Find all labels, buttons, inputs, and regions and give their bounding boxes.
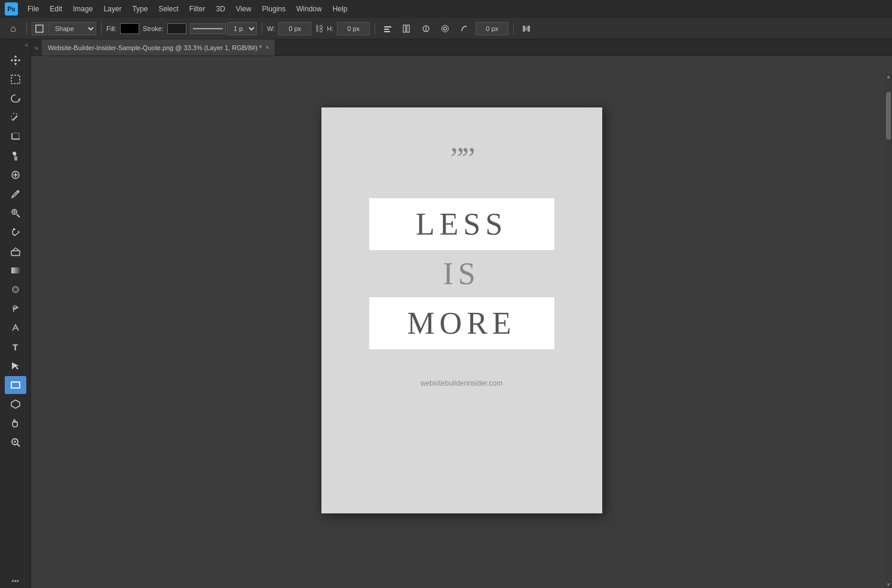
3d-tool[interactable] [5,395,26,413]
divider-3 [262,23,262,35]
home-button[interactable]: ⌂ [5,20,22,37]
shape-type-select[interactable]: Shape Path Pixels [48,22,96,35]
w-input[interactable] [278,22,311,35]
brush-tool[interactable] [5,185,26,203]
svg-point-35 [14,288,17,291]
pen-tool[interactable] [5,319,26,337]
healing-tool[interactable] [5,166,26,184]
marquee-tool[interactable] [5,70,26,88]
artwork-canvas: ”” LESS IS MORE websitebuilderinsider.co… [321,107,602,513]
svg-rect-0 [36,25,43,32]
svg-rect-4 [403,25,406,32]
website-text: websitebuilderinsider.com [421,379,502,387]
align-btn-1[interactable] [380,21,396,36]
corner-radius-btn[interactable] [456,21,472,36]
more-box: MORE [369,297,554,349]
path-selection-tool[interactable] [5,357,26,375]
svg-rect-5 [407,25,409,32]
settings-btn[interactable] [437,21,453,36]
scroll-down-arrow[interactable]: ▼ [885,581,892,588]
stroke-label: Stroke: [143,25,164,32]
tab-close-btn[interactable]: × [265,44,269,51]
tab-title: Website-Builder-Insider-Sample-Quote.png… [48,44,262,51]
menu-type[interactable]: Type [127,3,152,15]
svg-point-8 [444,27,447,30]
rectangle-tool[interactable] [5,376,26,394]
divider-4 [375,23,375,35]
svg-rect-32 [11,251,20,255]
magic-wand-tool[interactable] [5,109,26,127]
align-btn-2[interactable] [399,21,415,36]
hand-tool[interactable] [5,414,26,432]
menu-image[interactable]: Image [68,3,97,15]
ps-logo: Ps [5,2,18,16]
text-less: LESS [416,207,507,242]
menu-edit[interactable]: Edit [45,3,67,15]
svg-rect-3 [384,31,390,32]
left-toolbox: « [0,39,31,588]
gradient-tool[interactable] [5,261,26,279]
more-tools[interactable]: ••• [0,577,30,586]
eraser-tool[interactable] [5,242,26,260]
fill-color[interactable] [120,23,139,34]
menu-window[interactable]: Window [292,3,327,15]
collapse-arrow[interactable]: « [24,42,28,48]
main-layout: « [0,39,892,588]
vertical-scrollbar[interactable]: ▲ ▼ [885,73,892,588]
svg-rect-1 [384,26,391,27]
corner-radius-input[interactable] [476,22,508,35]
stroke-color[interactable] [167,23,186,34]
svg-rect-14 [11,75,20,84]
h-input[interactable] [337,22,370,35]
menu-view[interactable]: View [231,3,256,15]
canvas-viewport: ”” LESS IS MORE websitebuilderinsider.co… [31,56,892,588]
menu-select[interactable]: Select [154,3,183,15]
blur-tool[interactable] [5,281,26,298]
w-label: W: [267,25,275,32]
tab-bar: » Website-Builder-Insider-Sample-Quote.p… [31,39,892,56]
menu-filter[interactable]: Filter [185,3,210,15]
shape-icon-box [32,22,47,35]
h-label: H: [327,25,333,32]
svg-rect-12 [526,27,528,30]
svg-rect-10 [523,26,525,32]
fill-label: Fill: [106,25,117,32]
menu-file[interactable]: File [23,3,44,15]
tab-expand[interactable]: » [31,39,42,56]
clone-stamp-tool[interactable] [5,204,26,222]
text-is: IS [443,250,480,297]
less-box: LESS [369,198,554,250]
stroke-width-select[interactable]: 1 px 2 px 3 px [227,22,257,35]
zoom-tool[interactable] [5,433,26,451]
stroke-line-preview [190,23,226,34]
dodge-tool[interactable] [5,300,26,318]
canvas-area: » Website-Builder-Insider-Sample-Quote.p… [31,39,892,588]
align-btn-3[interactable] [418,21,434,36]
svg-marker-38 [11,400,20,408]
menu-layer[interactable]: Layer [99,3,126,15]
scroll-up-arrow[interactable]: ▲ [885,73,892,80]
lasso-tool[interactable] [5,90,26,107]
align-distribute-btn[interactable] [519,21,534,36]
svg-line-28 [17,192,18,193]
link-icon[interactable]: ⛓ [315,24,323,33]
crop-tool[interactable] [5,128,26,146]
menu-bar: Ps File Edit Image Layer Type Select Fil… [0,0,892,18]
type-tool[interactable]: T [5,338,26,356]
menu-plugins[interactable]: Plugins [258,3,290,15]
menu-3d[interactable]: 3D [211,3,229,15]
svg-line-40 [17,444,20,447]
svg-line-19 [11,119,13,119]
active-tab[interactable]: Website-Builder-Insider-Sample-Quote.png… [42,39,275,56]
quote-marks: ”” [450,143,473,174]
scrollbar-thumb[interactable] [886,92,891,140]
options-toolbar: ⌂ Shape Path Pixels Fill: Stroke: 1 px 2… [0,18,892,39]
move-tool[interactable] [5,51,26,69]
svg-rect-33 [11,267,20,273]
menu-help[interactable]: Help [328,3,352,15]
eyedropper-tool[interactable] [5,147,26,165]
history-brush-tool[interactable] [5,223,26,241]
text-more: MORE [407,306,516,341]
svg-line-17 [16,113,17,115]
svg-rect-11 [528,26,530,32]
